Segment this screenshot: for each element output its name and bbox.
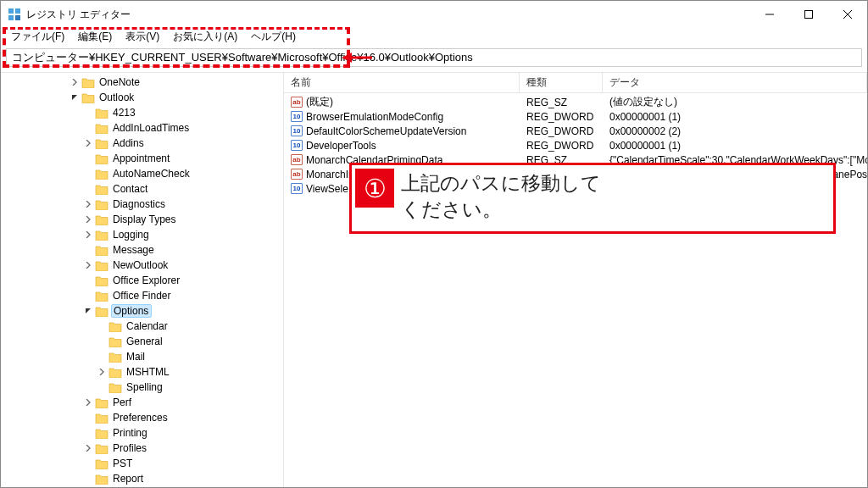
reg-dword-icon: 10 bbox=[291, 125, 303, 136]
titlebar: レジストリ エディター bbox=[1, 1, 867, 28]
value-name: DeveloperTools bbox=[306, 140, 376, 152]
tree-item[interactable]: Display Types bbox=[1, 212, 283, 227]
chevron-right-icon[interactable] bbox=[82, 201, 94, 208]
chevron-down-icon[interactable] bbox=[82, 308, 94, 314]
chevron-right-icon[interactable] bbox=[96, 369, 108, 375]
minimize-button[interactable] bbox=[750, 1, 789, 28]
column-data[interactable]: データ bbox=[603, 73, 867, 92]
folder-icon bbox=[108, 382, 122, 393]
menu-help[interactable]: ヘルプ(H) bbox=[246, 28, 301, 46]
chevron-right-icon[interactable] bbox=[82, 445, 94, 452]
tree-item[interactable]: Perf bbox=[1, 395, 283, 410]
address-bar[interactable]: コンピューター¥HKEY_CURRENT_USER¥Software¥Micro… bbox=[6, 48, 862, 67]
tree-item-label: NewOutlook bbox=[111, 259, 170, 271]
tree-item-label: OneNote bbox=[97, 76, 142, 88]
tree-item-label: Diagnostics bbox=[111, 198, 167, 210]
tree-item[interactable]: NewOutlook bbox=[1, 258, 283, 273]
close-button[interactable] bbox=[828, 1, 867, 28]
tree-item[interactable]: Contact bbox=[1, 181, 283, 197]
folder-icon bbox=[95, 245, 108, 256]
chevron-right-icon[interactable] bbox=[82, 399, 94, 406]
tree-item[interactable]: Spelling bbox=[1, 380, 283, 395]
folder-icon bbox=[95, 413, 108, 424]
value-name: DefaultColorSchemeUpdateVersion bbox=[306, 125, 466, 137]
tree-item-label: Outlook bbox=[97, 92, 136, 103]
menu-fav[interactable]: お気に入り(A) bbox=[168, 28, 242, 46]
tree-item[interactable]: Mail bbox=[1, 349, 283, 364]
chevron-right-icon[interactable] bbox=[82, 216, 94, 223]
folder-icon bbox=[95, 458, 108, 469]
tree-item[interactable]: Addins bbox=[1, 136, 283, 151]
tree-item[interactable]: MSHTML bbox=[1, 364, 283, 380]
annotation-step-number: ① bbox=[355, 169, 394, 208]
value-list-pane: 名前 種類 データ ab(既定)REG_SZ(値の設定なし)10BrowserE… bbox=[284, 73, 867, 487]
tree-item[interactable]: PST bbox=[1, 456, 283, 471]
svg-rect-0 bbox=[8, 8, 14, 14]
svg-rect-1 bbox=[15, 8, 20, 14]
value-data: (値の設定なし) bbox=[603, 95, 867, 109]
tree-item-label: Contact bbox=[111, 183, 149, 195]
tree-item[interactable]: Calendar bbox=[1, 319, 283, 334]
tree-item[interactable]: Logging bbox=[1, 227, 283, 242]
tree-item-label: Profiles bbox=[111, 442, 148, 454]
tree-item[interactable]: Diagnostics bbox=[1, 197, 283, 212]
value-row[interactable]: 10DefaultColorSchemeUpdateVersionREG_DWO… bbox=[284, 124, 867, 138]
svg-rect-4 bbox=[805, 11, 813, 19]
value-row[interactable]: 10BrowserEmulationModeConfigREG_DWORD0x0… bbox=[284, 109, 867, 124]
chevron-right-icon[interactable] bbox=[69, 79, 81, 86]
tree-item-label: Printing bbox=[111, 427, 149, 439]
value-rows[interactable]: ab(既定)REG_SZ(値の設定なし)10BrowserEmulationMo… bbox=[284, 93, 867, 487]
tree-item[interactable]: General bbox=[1, 334, 283, 349]
column-name[interactable]: 名前 bbox=[284, 73, 520, 92]
tree-item[interactable]: Report bbox=[1, 471, 283, 486]
tree-item[interactable]: Message bbox=[1, 242, 283, 258]
folder-icon bbox=[108, 367, 122, 378]
tree-item[interactable]: Appointment bbox=[1, 151, 283, 166]
value-type: REG_DWORD bbox=[520, 125, 603, 137]
tree-item[interactable]: Printing bbox=[1, 425, 283, 441]
menubar: ファイル(F) 編集(E) 表示(V) お気に入り(A) ヘルプ(H) bbox=[1, 28, 867, 45]
folder-icon bbox=[95, 474, 108, 485]
tree-item[interactable]: Office Explorer bbox=[1, 273, 283, 288]
tree-item[interactable]: Options bbox=[1, 303, 283, 319]
registry-tree[interactable]: OneNoteOutlook4213AddInLoadTimesAddinsAp… bbox=[1, 73, 284, 487]
folder-icon bbox=[95, 428, 108, 439]
value-row[interactable]: ab(既定)REG_SZ(値の設定なし) bbox=[284, 95, 867, 109]
folder-icon bbox=[95, 443, 108, 454]
tree-item-label: Perf bbox=[111, 396, 133, 408]
tree-item-label: Spelling bbox=[125, 381, 164, 393]
tree-item[interactable]: AddInLoadTimes bbox=[1, 120, 283, 136]
chevron-down-icon[interactable] bbox=[69, 94, 81, 101]
tree-item[interactable]: AutoNameCheck bbox=[1, 166, 283, 181]
tree-item-label: General bbox=[125, 336, 164, 347]
address-text: コンピューター¥HKEY_CURRENT_USER¥Software¥Micro… bbox=[12, 50, 473, 65]
tree-item-label: Logging bbox=[111, 229, 151, 241]
svg-rect-3 bbox=[15, 15, 20, 20]
tree-item-label: Display Types bbox=[111, 214, 177, 225]
menu-view[interactable]: 表示(V) bbox=[120, 28, 164, 46]
reg-string-icon: ab bbox=[291, 169, 303, 180]
reg-dword-icon: 10 bbox=[291, 111, 303, 122]
chevron-right-icon[interactable] bbox=[82, 231, 94, 238]
tree-item[interactable]: Preferences bbox=[1, 410, 283, 425]
chevron-right-icon[interactable] bbox=[82, 140, 94, 147]
menu-edit[interactable]: 編集(E) bbox=[73, 28, 117, 46]
tree-item[interactable]: Office Finder bbox=[1, 288, 283, 303]
tree-item[interactable]: Resiliency bbox=[1, 486, 283, 487]
annotation-callout: ① 上記のパスに移動してください。 bbox=[349, 163, 836, 234]
tree-item[interactable]: OneNote bbox=[1, 75, 283, 90]
addressbar-area: コンピューター¥HKEY_CURRENT_USER¥Software¥Micro… bbox=[1, 45, 867, 72]
value-row[interactable]: 10DeveloperToolsREG_DWORD0x00000001 (1) bbox=[284, 138, 867, 152]
column-type[interactable]: 種類 bbox=[520, 73, 603, 92]
tree-item[interactable]: Profiles bbox=[1, 441, 283, 456]
value-data: 0x00000001 (1) bbox=[603, 140, 867, 152]
folder-icon bbox=[95, 108, 108, 119]
folder-icon bbox=[95, 138, 108, 149]
tree-item-label: Calendar bbox=[125, 320, 170, 332]
tree-item-label: Office Explorer bbox=[111, 274, 181, 286]
maximize-button[interactable] bbox=[789, 1, 828, 28]
tree-item[interactable]: 4213 bbox=[1, 105, 283, 120]
menu-file[interactable]: ファイル(F) bbox=[6, 28, 70, 46]
tree-item[interactable]: Outlook bbox=[1, 90, 283, 105]
chevron-right-icon[interactable] bbox=[82, 262, 94, 269]
